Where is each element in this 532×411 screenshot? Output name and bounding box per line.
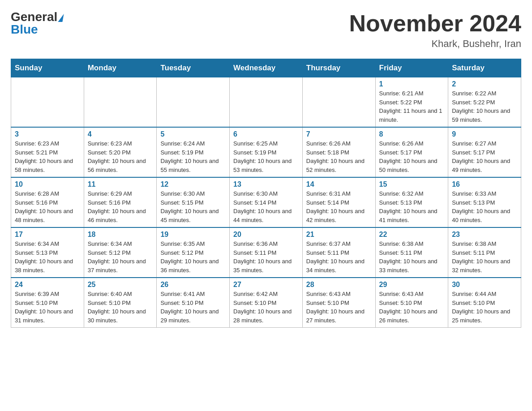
day-info: Sunrise: 6:24 AMSunset: 5:19 PMDaylight:… — [160, 139, 226, 174]
day-info: Sunrise: 6:30 AMSunset: 5:14 PMDaylight:… — [233, 189, 299, 224]
calendar-cell: 16Sunrise: 6:33 AMSunset: 5:13 PMDayligh… — [448, 177, 521, 227]
day-info: Sunrise: 6:27 AMSunset: 5:17 PMDaylight:… — [452, 139, 517, 174]
calendar-cell: 17Sunrise: 6:34 AMSunset: 5:13 PMDayligh… — [11, 227, 84, 278]
day-info: Sunrise: 6:38 AMSunset: 5:11 PMDaylight:… — [379, 240, 445, 274]
day-info: Sunrise: 6:34 AMSunset: 5:13 PMDaylight:… — [15, 240, 80, 274]
day-number: 18 — [88, 231, 153, 239]
weekday-header-row: SundayMondayTuesdayWednesdayThursdayFrid… — [11, 59, 521, 77]
weekday-header-tuesday: Tuesday — [157, 59, 230, 77]
day-info: Sunrise: 6:43 AMSunset: 5:10 PMDaylight:… — [306, 290, 372, 325]
day-number: 27 — [233, 281, 299, 289]
calendar-cell: 18Sunrise: 6:34 AMSunset: 5:12 PMDayligh… — [84, 227, 157, 278]
calendar-cell: 19Sunrise: 6:35 AMSunset: 5:12 PMDayligh… — [157, 227, 230, 278]
calendar-week-row: 10Sunrise: 6:28 AMSunset: 5:16 PMDayligh… — [11, 177, 521, 227]
calendar-week-row: 3Sunrise: 6:23 AMSunset: 5:21 PMDaylight… — [11, 127, 521, 177]
calendar-cell: 7Sunrise: 6:26 AMSunset: 5:18 PMDaylight… — [302, 127, 375, 177]
day-info: Sunrise: 6:38 AMSunset: 5:11 PMDaylight:… — [452, 240, 517, 274]
calendar-table: SundayMondayTuesdayWednesdayThursdayFrid… — [11, 59, 521, 328]
calendar-cell: 28Sunrise: 6:43 AMSunset: 5:10 PMDayligh… — [302, 278, 375, 328]
day-number: 5 — [160, 130, 226, 138]
day-number: 12 — [160, 180, 226, 188]
calendar-cell — [157, 77, 230, 128]
calendar-cell: 26Sunrise: 6:41 AMSunset: 5:10 PMDayligh… — [157, 278, 230, 328]
calendar-cell — [11, 77, 84, 128]
day-number: 6 — [233, 130, 299, 138]
weekday-header-monday: Monday — [84, 59, 157, 77]
calendar-week-row: 17Sunrise: 6:34 AMSunset: 5:13 PMDayligh… — [11, 227, 521, 278]
day-info: Sunrise: 6:33 AMSunset: 5:13 PMDaylight:… — [452, 189, 517, 224]
day-number: 21 — [306, 231, 372, 239]
day-info: Sunrise: 6:30 AMSunset: 5:15 PMDaylight:… — [160, 189, 226, 224]
calendar-cell — [230, 77, 303, 128]
calendar-cell: 10Sunrise: 6:28 AMSunset: 5:16 PMDayligh… — [11, 177, 84, 227]
day-number: 14 — [306, 180, 372, 188]
day-info: Sunrise: 6:40 AMSunset: 5:10 PMDaylight:… — [88, 290, 153, 325]
day-number: 24 — [15, 281, 80, 289]
day-number: 19 — [160, 231, 226, 239]
day-info: Sunrise: 6:36 AMSunset: 5:11 PMDaylight:… — [233, 240, 299, 274]
day-info: Sunrise: 6:31 AMSunset: 5:14 PMDaylight:… — [306, 189, 372, 224]
calendar-cell: 29Sunrise: 6:43 AMSunset: 5:10 PMDayligh… — [375, 278, 448, 328]
calendar-cell: 22Sunrise: 6:38 AMSunset: 5:11 PMDayligh… — [375, 227, 448, 278]
day-number: 17 — [15, 231, 80, 239]
logo: General Blue — [11, 11, 63, 36]
day-number: 30 — [452, 281, 517, 289]
day-number: 26 — [160, 281, 226, 289]
day-number: 10 — [15, 180, 80, 188]
calendar-week-row: 24Sunrise: 6:39 AMSunset: 5:10 PMDayligh… — [11, 278, 521, 328]
day-number: 4 — [88, 130, 153, 138]
weekday-header-sunday: Sunday — [11, 59, 84, 77]
day-number: 7 — [306, 130, 372, 138]
weekday-header-saturday: Saturday — [448, 59, 521, 77]
calendar-cell: 24Sunrise: 6:39 AMSunset: 5:10 PMDayligh… — [11, 278, 84, 328]
calendar-cell — [84, 77, 157, 128]
calendar-cell: 25Sunrise: 6:40 AMSunset: 5:10 PMDayligh… — [84, 278, 157, 328]
day-number: 9 — [452, 130, 517, 138]
day-number: 29 — [379, 281, 445, 289]
weekday-header-thursday: Thursday — [302, 59, 375, 77]
page-header: General Blue November 2024 Khark, Busheh… — [11, 11, 521, 50]
calendar-cell: 21Sunrise: 6:37 AMSunset: 5:11 PMDayligh… — [302, 227, 375, 278]
day-info: Sunrise: 6:23 AMSunset: 5:20 PMDaylight:… — [88, 139, 153, 174]
weekday-header-friday: Friday — [375, 59, 448, 77]
day-number: 23 — [452, 231, 517, 239]
day-number: 15 — [379, 180, 445, 188]
day-info: Sunrise: 6:44 AMSunset: 5:10 PMDaylight:… — [452, 290, 517, 325]
day-number: 2 — [452, 80, 517, 88]
calendar-cell: 11Sunrise: 6:29 AMSunset: 5:16 PMDayligh… — [84, 177, 157, 227]
calendar-cell: 4Sunrise: 6:23 AMSunset: 5:20 PMDaylight… — [84, 127, 157, 177]
day-number: 3 — [15, 130, 80, 138]
calendar-cell: 14Sunrise: 6:31 AMSunset: 5:14 PMDayligh… — [302, 177, 375, 227]
day-number: 13 — [233, 180, 299, 188]
day-info: Sunrise: 6:43 AMSunset: 5:10 PMDaylight:… — [379, 290, 445, 325]
location-subtitle: Khark, Bushehr, Iran — [349, 38, 521, 50]
calendar-cell: 3Sunrise: 6:23 AMSunset: 5:21 PMDaylight… — [11, 127, 84, 177]
logo-general-text: General — [11, 11, 63, 23]
day-info: Sunrise: 6:21 AMSunset: 5:22 PMDaylight:… — [379, 89, 445, 124]
title-block: November 2024 Khark, Bushehr, Iran — [349, 11, 521, 50]
month-year-title: November 2024 — [349, 11, 521, 36]
day-info: Sunrise: 6:42 AMSunset: 5:10 PMDaylight:… — [233, 290, 299, 325]
calendar-cell — [302, 77, 375, 128]
calendar-week-row: 1Sunrise: 6:21 AMSunset: 5:22 PMDaylight… — [11, 77, 521, 128]
day-info: Sunrise: 6:25 AMSunset: 5:19 PMDaylight:… — [233, 139, 299, 174]
day-info: Sunrise: 6:26 AMSunset: 5:18 PMDaylight:… — [306, 139, 372, 174]
day-info: Sunrise: 6:41 AMSunset: 5:10 PMDaylight:… — [160, 290, 226, 325]
day-number: 8 — [379, 130, 445, 138]
day-number: 1 — [379, 80, 445, 88]
day-number: 25 — [88, 281, 153, 289]
day-info: Sunrise: 6:34 AMSunset: 5:12 PMDaylight:… — [88, 240, 153, 274]
calendar-cell: 30Sunrise: 6:44 AMSunset: 5:10 PMDayligh… — [448, 278, 521, 328]
calendar-cell: 15Sunrise: 6:32 AMSunset: 5:13 PMDayligh… — [375, 177, 448, 227]
day-info: Sunrise: 6:37 AMSunset: 5:11 PMDaylight:… — [306, 240, 372, 274]
calendar-cell: 27Sunrise: 6:42 AMSunset: 5:10 PMDayligh… — [230, 278, 303, 328]
calendar-cell: 2Sunrise: 6:22 AMSunset: 5:22 PMDaylight… — [448, 77, 521, 128]
calendar-cell: 12Sunrise: 6:30 AMSunset: 5:15 PMDayligh… — [157, 177, 230, 227]
calendar-cell: 20Sunrise: 6:36 AMSunset: 5:11 PMDayligh… — [230, 227, 303, 278]
day-number: 16 — [452, 180, 517, 188]
day-info: Sunrise: 6:29 AMSunset: 5:16 PMDaylight:… — [88, 189, 153, 224]
day-number: 22 — [379, 231, 445, 239]
calendar-cell: 23Sunrise: 6:38 AMSunset: 5:11 PMDayligh… — [448, 227, 521, 278]
calendar-cell: 5Sunrise: 6:24 AMSunset: 5:19 PMDaylight… — [157, 127, 230, 177]
weekday-header-wednesday: Wednesday — [230, 59, 303, 77]
